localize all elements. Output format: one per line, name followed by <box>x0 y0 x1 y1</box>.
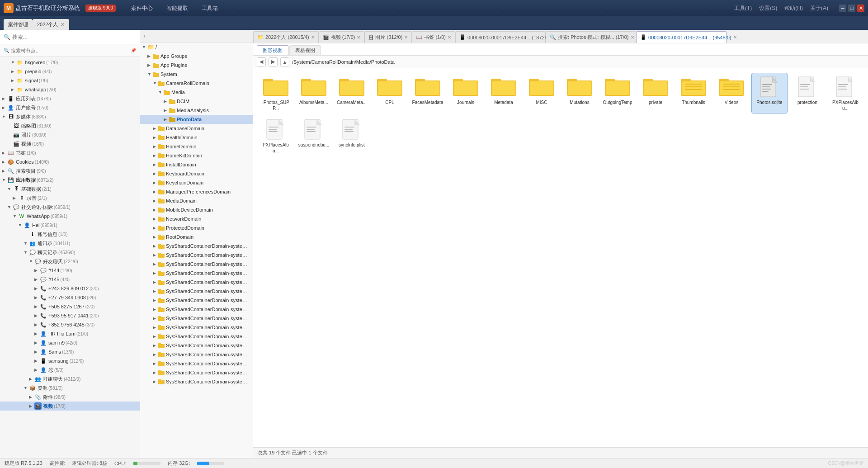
tree-item-prepaid[interactable]: ▶📁 prepaid(4/0) <box>0 67 140 76</box>
tab-case-manage[interactable]: 案件管理 <box>4 19 33 30</box>
sub-tab-table[interactable]: 表格视图 <box>289 45 321 55</box>
tree-item-whatsapp[interactable]: ▶📁 whatsapp(2/0) <box>0 85 140 94</box>
fs-keyboarddomain[interactable]: ▶ KeyboardDomain <box>140 169 253 178</box>
tree-item-phone3[interactable]: ▶📞 +505 8275 1267(2/0) <box>0 302 140 311</box>
file-protection[interactable]: protection <box>789 73 826 113</box>
tree-item-media[interactable]: ▼🎞 多媒体(638/0) <box>0 112 140 121</box>
fs-mobiledevicedomain[interactable]: ▶ MobileDeviceDomain <box>140 205 253 214</box>
file-photos-supp[interactable]: .Photos_SUPP... <box>258 73 294 113</box>
fs-sysshared12[interactable]: ▶SysSharedContainerDomain-systemgroup.co <box>140 341 253 350</box>
fs-sysshared6[interactable]: ▶SysSharedContainerDomain-systemgroup.co <box>140 287 253 296</box>
content-tab-5[interactable]: 🔍 搜索: Photos 模式: 模糊... (17/0) ✕ <box>546 31 636 43</box>
file-misc[interactable]: MISC <box>524 73 560 113</box>
back-button[interactable]: ◀ <box>257 57 266 66</box>
fs-sysshared7[interactable]: ▶SysSharedContainerDomain-systemgroup.co <box>140 296 253 305</box>
fs-mediaanalysis[interactable]: ▶ MediaAnalysis <box>140 106 253 115</box>
fs-managedprefs[interactable]: ▶ ManagedPreferencesDomain <box>140 187 253 196</box>
fs-appplugins[interactable]: ▶ App Plugins <box>140 61 253 70</box>
file-videos[interactable]: Videos <box>713 73 750 113</box>
content-tab-1[interactable]: 🎬 视频 (17/0) ✕ <box>319 31 365 43</box>
tree-search-input[interactable] <box>11 48 131 53</box>
fs-mediadomain[interactable]: ▶ MediaDomain <box>140 196 253 205</box>
fs-appgroups[interactable]: ▶ App Groups <box>140 52 253 61</box>
file-metadata[interactable]: Metadata <box>486 73 522 113</box>
tree-item-useraccounts[interactable]: ▶👤 用户账号(17/0) <box>0 103 140 112</box>
fs-healthdomain[interactable]: ▶ HealthDomain <box>140 133 253 142</box>
settings-menu[interactable]: 设置(S) <box>759 5 777 12</box>
tree-item-whatsapp-node[interactable]: ▼W WhatsApp(6959/1) <box>0 212 140 221</box>
tab-close-personal[interactable]: ✕ <box>61 22 65 28</box>
file-suspendnebu[interactable]: suspendnebu... <box>296 115 332 156</box>
fs-photodata[interactable]: ▶ PhotoData <box>140 115 253 124</box>
up-button[interactable]: ▲ <box>280 57 289 66</box>
fs-keychaindomain[interactable]: ▶ KeychainDomain <box>140 178 253 187</box>
fs-databasedomain[interactable]: ▶ DatabaseDomain <box>140 124 253 133</box>
nav-smart-extract[interactable]: 智能提取 <box>160 3 194 14</box>
tree-item-phone4[interactable]: ▶📞 +593 95 917 0441(2/0) <box>0 311 140 320</box>
tab-close-0[interactable]: ✕ <box>311 35 315 40</box>
tree-item-basicdata[interactable]: ▼🗄 基础数据(2/1) <box>0 184 140 194</box>
tab-close-6[interactable]: ✕ <box>733 35 737 40</box>
fs-homekitdomain[interactable]: ▶ HomeKitDomain <box>140 151 253 160</box>
fs-rootdomain[interactable]: ▶ RootDomain <box>140 232 253 241</box>
content-tab-6[interactable]: 📱 00008020-00017D9E2E44... (9548/0) ✕ <box>636 31 726 43</box>
file-camerameta[interactable]: CameraMeta... <box>334 73 370 113</box>
nav-case-center[interactable]: 案件中心 <box>125 3 159 14</box>
content-tab-3[interactable]: 📖 书签 (1/0) ✕ <box>412 31 455 43</box>
fs-sysshared15[interactable]: ▶SysSharedContainerDomain-systemgroup.co <box>140 368 253 377</box>
fs-installdomain[interactable]: ▶ InstallDomain <box>140 160 253 169</box>
tree-item-hrhiulam[interactable]: ▶👤 HR Hiu Lam(21/0) <box>0 329 140 338</box>
fs-sysshared16[interactable]: ▶SysSharedContainerDomain-systemgroup.co <box>140 377 253 386</box>
forward-button[interactable]: ▶ <box>269 57 278 66</box>
content-tab-0[interactable]: 📁 2022个人 (28015/4) ✕ <box>253 31 319 43</box>
tree-item-sams[interactable]: ▶👤 Sams(13/0) <box>0 347 140 356</box>
tree-item-videos-selected[interactable]: ▶🎬 视频(17/0) <box>0 402 140 411</box>
maximize-button[interactable]: □ <box>848 5 855 12</box>
pin-icon[interactable]: 📌 <box>131 48 136 53</box>
tree-item-hei[interactable]: ▼👤 Hei(6959/1) <box>0 221 140 230</box>
file-outgoingtemp[interactable]: OutgoingTemp <box>599 73 636 113</box>
tree-item-videos[interactable]: 🎬 视频(16/0) <box>0 139 140 148</box>
tree-item-bookmarks[interactable]: ▶📖 书签(1/0) <box>0 148 140 157</box>
tree-item-samsung[interactable]: ▶📱 samsung(112/0) <box>0 356 140 365</box>
search-input[interactable] <box>12 34 136 40</box>
tree-item-chat-144[interactable]: ▶💬 #144(14/0) <box>0 266 140 275</box>
fs-media[interactable]: ▼ Media <box>140 88 253 97</box>
about-menu[interactable]: 关于(A) <box>810 5 828 12</box>
tree-item-resources[interactable]: ▼📦 资源(581/0) <box>0 383 140 392</box>
tab-2022personal[interactable]: 2022个人 ✕ <box>33 19 69 30</box>
tree-item-cookies[interactable]: ▶🍪 Cookies(140/0) <box>0 157 140 166</box>
file-thumbnails[interactable]: Thumbnails <box>675 73 712 113</box>
fs-system[interactable]: ▼ System <box>140 70 253 79</box>
file-photos-sqlite[interactable]: Photos.sqlite <box>751 73 788 113</box>
fs-dcim[interactable]: ▶ DCIM <box>140 97 253 106</box>
help-menu[interactable]: 帮助(H) <box>784 5 803 12</box>
fs-sysshared11[interactable]: ▶SysSharedContainerDomain-systemgroup.co <box>140 332 253 341</box>
content-tab-2[interactable]: 🖼 图片 (312/0) ✕ <box>364 31 412 43</box>
tree-item-appdata[interactable]: ▼💾 应用数据(6971/2) <box>0 175 140 184</box>
tree-item-friend-chats[interactable]: ▼💬 好友聊天(224/0) <box>0 257 140 266</box>
fs-networkdomain[interactable]: ▶ NetworkDomain <box>140 214 253 223</box>
tab-close-3[interactable]: ✕ <box>448 35 451 40</box>
sub-tab-grid[interactable]: 图形视图 <box>257 45 288 55</box>
fs-root[interactable]: ▼📁 / <box>140 43 253 52</box>
tab-close-1[interactable]: ✕ <box>357 35 360 40</box>
tree-item-chats[interactable]: ▼💭 聊天记录(4536/0) <box>0 248 140 257</box>
tree-item-hkgovreo[interactable]: ▼📁 hkgovreo(17/0) <box>0 58 140 67</box>
tools-menu[interactable]: 工具(T) <box>734 5 752 12</box>
fs-homedomain[interactable]: ▶ HomeDomain <box>140 142 253 151</box>
tree-item-phone1[interactable]: ▶📞 +243 826 809 012(3/0) <box>0 284 140 293</box>
tab-close-5[interactable]: ✕ <box>631 35 634 40</box>
nav-tools[interactable]: 工具箱 <box>195 3 224 14</box>
fs-sysshared8[interactable]: ▶SysSharedContainerDomain-systemgroup.co <box>140 305 253 314</box>
fs-sysshared5[interactable]: ▶SysSharedContainerDomain-systemgroup.co <box>140 278 253 287</box>
tree-item-signal[interactable]: ▶📁 signal(1/0) <box>0 76 140 85</box>
file-cpl[interactable]: CPL <box>372 73 408 113</box>
fs-sysshared3[interactable]: ▶SysSharedContainerDomain-systemgroup.co <box>140 260 253 269</box>
fs-sysshared4[interactable]: ▶SysSharedContainerDomain-systemgroup.co <box>140 269 253 278</box>
fs-sysshared13[interactable]: ▶SysSharedContainerDomain-systemgroup.co <box>140 350 253 359</box>
file-pxplaces2[interactable]: PXPlacesAlbu... <box>258 115 294 156</box>
fs-sysshared2[interactable]: ▶SysSharedContainerDomain-systemgroup.co <box>140 251 253 260</box>
file-syncinfo[interactable]: syncInfo.plist <box>334 115 370 156</box>
file-facesmeta[interactable]: FacesMetadata <box>410 73 446 113</box>
